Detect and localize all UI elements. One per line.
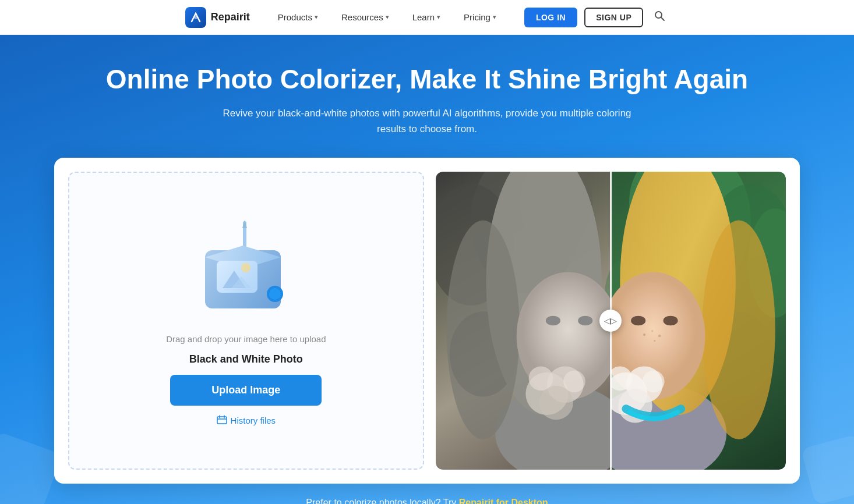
upload-button[interactable]: Upload Image [170,375,322,406]
history-link[interactable]: History files [217,415,276,427]
nav-pricing-label: Pricing [464,12,490,22]
upload-file-type: Black and White Photo [189,353,303,365]
logo-text: Repairit [211,11,250,23]
desktop-link[interactable]: Repairit for Desktop [459,498,548,504]
main-card: Drag and drop your image here to upload … [54,158,800,484]
bottom-cta: Prefer to colorize photos locally? Try R… [35,484,819,504]
nav-learn[interactable]: Learn ▾ [403,8,450,27]
svg-point-46 [528,367,553,391]
svg-point-9 [241,263,250,272]
search-icon[interactable] [650,6,669,28]
svg-point-39 [643,333,645,336]
hero-title: Online Photo Colorizer, Make It Shine Br… [35,64,819,95]
svg-point-40 [651,330,653,332]
nav-resources-label: Resources [341,12,383,22]
svg-point-30 [702,221,775,439]
hero-subtitle: Revive your black-and-white photos with … [217,105,637,137]
chevron-down-icon: ▾ [315,13,318,21]
svg-point-38 [663,316,677,326]
upload-drag-text: Drag and drop your image here to upload [166,334,326,344]
svg-point-47 [563,371,585,393]
hero-section: Online Photo Colorizer, Make It Shine Br… [0,35,854,504]
navbar: Repairit Products ▾ Resources ▾ Learn ▾ … [0,0,854,35]
nav-products[interactable]: Products ▾ [269,8,327,27]
before-after-container: ◁▷ [436,172,786,470]
logo-icon [185,7,206,28]
svg-point-32 [446,221,519,439]
upload-illustration [188,215,304,320]
nav-resources[interactable]: Resources ▾ [332,8,398,27]
history-label: History files [231,416,276,425]
upload-panel[interactable]: Drag and drop your image here to upload … [68,172,424,470]
chevron-down-icon: ▾ [493,13,496,21]
chevron-down-icon: ▾ [437,13,440,21]
svg-point-52 [643,371,665,393]
logo[interactable]: Repairit [185,7,250,28]
nav-learn-label: Learn [412,12,435,22]
history-icon [217,415,227,427]
svg-point-45 [539,386,573,420]
login-button[interactable]: LOG IN [524,8,577,27]
slider-arrow-icon: ◁▷ [604,316,617,325]
before-after-slider[interactable]: ◁▷ [599,310,622,332]
svg-point-35 [546,316,560,326]
chevron-down-icon: ▾ [386,13,389,21]
svg-point-11 [269,288,281,300]
nav-pricing[interactable]: Pricing ▾ [454,8,506,27]
preview-panel: ◁▷ [436,172,786,470]
svg-point-37 [631,316,645,326]
nav-products-label: Products [278,12,312,22]
svg-rect-12 [217,417,227,424]
svg-point-36 [578,316,592,326]
svg-line-2 [661,17,664,20]
svg-point-0 [194,16,197,19]
svg-point-42 [654,340,655,342]
svg-point-41 [658,335,661,337]
bottom-prefix: Prefer to colorize photos locally? Try [306,498,458,504]
signup-button[interactable]: SIGN UP [584,8,643,27]
